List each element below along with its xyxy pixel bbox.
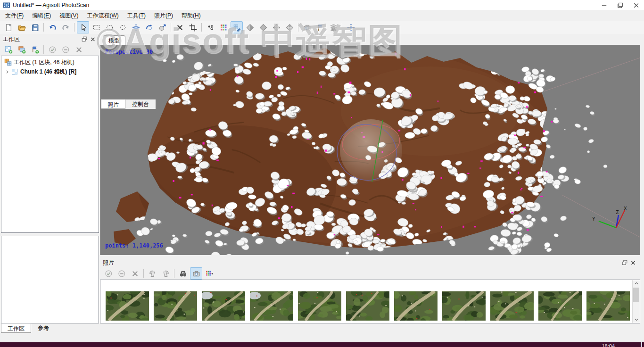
windows-taskbar[interactable]: 18:04 bbox=[0, 342, 644, 347]
open-button[interactable] bbox=[16, 21, 28, 33]
undo-button[interactable] bbox=[46, 21, 58, 33]
photo-thumbnail-2[interactable] bbox=[154, 291, 197, 321]
svg-text:X: X bbox=[624, 206, 627, 212]
disable-item-button[interactable] bbox=[59, 43, 72, 56]
model-3d-scene: XYZ bbox=[100, 45, 640, 255]
move-region-button[interactable] bbox=[345, 21, 357, 33]
toolbar-separator bbox=[298, 23, 298, 32]
photos-close-button[interactable] bbox=[629, 259, 637, 266]
rotate-left-button[interactable] bbox=[146, 267, 158, 280]
menu-e[interactable]: 编辑(E) bbox=[28, 10, 55, 21]
menu-p[interactable]: 照片(P) bbox=[150, 10, 177, 21]
scroll-up-icon[interactable] bbox=[633, 280, 640, 287]
add-photos-button[interactable] bbox=[16, 43, 28, 56]
workspace-float-button[interactable] bbox=[80, 35, 89, 43]
thumbnails-scrollbar[interactable] bbox=[632, 280, 640, 323]
photos-tab-控制台[interactable]: 控制台 bbox=[125, 99, 156, 109]
show-dense-cloud-button[interactable] bbox=[217, 21, 230, 33]
menu-f[interactable]: 文件(F) bbox=[1, 10, 28, 21]
photo-thumbnail-11[interactable] bbox=[586, 291, 630, 321]
textured-view-button[interactable] bbox=[283, 21, 296, 33]
navigation-cursor-icon bbox=[79, 24, 87, 32]
photos-float-button[interactable] bbox=[620, 259, 629, 266]
delete-selection-button[interactable] bbox=[173, 21, 186, 33]
shaded-view-button[interactable] bbox=[244, 21, 256, 33]
rotate-object-icon bbox=[145, 24, 153, 32]
wireframe-view-button[interactable] bbox=[270, 21, 282, 33]
point-cloud-icon bbox=[206, 24, 215, 32]
menu-w[interactable]: 工作流程(W) bbox=[83, 10, 123, 21]
menu-h[interactable]: 帮助(H) bbox=[177, 10, 205, 21]
remove-item-button[interactable] bbox=[73, 43, 85, 56]
rotate-object-button[interactable] bbox=[143, 21, 155, 33]
tree-item-workspace-root[interactable]: 工作区 (1 区块, 46 相机) bbox=[1, 58, 99, 67]
show-mesh-button[interactable] bbox=[231, 21, 243, 33]
workspace-close-button[interactable] bbox=[89, 35, 97, 43]
maximize-button[interactable] bbox=[612, 0, 628, 10]
toolbar-separator bbox=[201, 23, 202, 32]
dense-cloud-icon bbox=[220, 24, 228, 32]
remove-photo-button[interactable] bbox=[129, 267, 141, 280]
scroll-down-icon[interactable] bbox=[633, 316, 640, 323]
add-marker-button[interactable] bbox=[29, 43, 41, 56]
dock-tab-参考[interactable]: 参考 bbox=[31, 323, 56, 333]
tree-item-chunk-1[interactable]: Chunk 1 (46 相机) [R] bbox=[1, 67, 99, 76]
show-desktop-button[interactable] bbox=[641, 342, 642, 347]
new-document-button[interactable] bbox=[2, 21, 15, 33]
enable-item-button[interactable] bbox=[46, 43, 58, 56]
navigation-button[interactable] bbox=[77, 21, 89, 33]
rotate-right-button[interactable] bbox=[159, 267, 172, 280]
close-button[interactable] bbox=[628, 0, 644, 10]
enable-photo-button[interactable] bbox=[102, 267, 115, 280]
dock-tab-工作区[interactable]: 工作区 bbox=[1, 323, 31, 333]
show-point-cloud-button[interactable] bbox=[204, 21, 216, 33]
show-cameras-button[interactable] bbox=[301, 21, 313, 33]
viewport-tabstrip: 模型 bbox=[100, 34, 640, 45]
resize-object-icon bbox=[158, 24, 166, 32]
binoculars-icon bbox=[179, 270, 187, 278]
move-object-button[interactable] bbox=[130, 21, 142, 33]
thumbnail-size-button[interactable] bbox=[203, 267, 215, 280]
remove-x-icon bbox=[131, 270, 139, 278]
orthographic-view-button[interactable] bbox=[327, 21, 339, 33]
points-count-label: points: 1,140,256 bbox=[105, 242, 163, 249]
content-area: 模型 XYZ Perspective 30° points: 1,140,256… bbox=[100, 34, 640, 333]
toolbar-separator bbox=[143, 269, 144, 278]
add-chunk-button[interactable] bbox=[2, 43, 15, 56]
show-markers-button[interactable] bbox=[314, 21, 326, 33]
photo-thumbnail-3[interactable] bbox=[202, 291, 245, 321]
photo-thumbnail-7[interactable] bbox=[394, 291, 438, 321]
expander-chevron-icon[interactable] bbox=[3, 68, 11, 75]
photo-thumbnail-8[interactable] bbox=[442, 291, 486, 321]
photo-thumbnail-4[interactable] bbox=[250, 291, 293, 321]
view-mode-button[interactable] bbox=[190, 267, 202, 280]
model-viewport[interactable]: XYZ Perspective 30° points: 1,140,256 bbox=[100, 45, 640, 255]
save-button[interactable] bbox=[29, 21, 41, 33]
disable-minus-icon bbox=[62, 46, 70, 54]
resize-object-button[interactable] bbox=[156, 21, 168, 33]
minimize-button[interactable] bbox=[596, 0, 612, 10]
undo-icon bbox=[49, 24, 57, 32]
photo-thumbnail-1[interactable] bbox=[106, 291, 149, 321]
view-photo-icon bbox=[192, 270, 200, 278]
photos-tab-照片[interactable]: 照片 bbox=[101, 99, 125, 109]
solid-view-button[interactable] bbox=[257, 21, 269, 33]
freeform-selection-button[interactable] bbox=[116, 21, 129, 33]
menu-t[interactable]: 工具(T) bbox=[123, 10, 150, 21]
rotate-cw-icon bbox=[162, 270, 170, 278]
photo-thumbnail-6[interactable] bbox=[346, 291, 389, 321]
photo-thumbnail-10[interactable] bbox=[538, 291, 582, 321]
remove-x-icon bbox=[75, 46, 83, 54]
circle-selection-button[interactable] bbox=[103, 21, 116, 33]
disable-photo-button[interactable] bbox=[116, 267, 128, 280]
menu-bar: 文件(F)编辑(E)视图(V)工作流程(W)工具(T)照片(P)帮助(H) bbox=[0, 10, 644, 21]
menu-v[interactable]: 视图(V) bbox=[55, 10, 83, 21]
photo-thumbnail-9[interactable] bbox=[490, 291, 534, 321]
scrollbar-thumb[interactable] bbox=[633, 288, 639, 302]
rectangle-selection-button[interactable] bbox=[90, 21, 102, 33]
crop-selection-button[interactable] bbox=[187, 21, 199, 33]
redo-icon bbox=[62, 24, 70, 32]
redo-button[interactable] bbox=[59, 21, 72, 33]
photo-thumbnail-5[interactable] bbox=[298, 291, 341, 321]
filter-photos-button[interactable] bbox=[177, 267, 189, 280]
